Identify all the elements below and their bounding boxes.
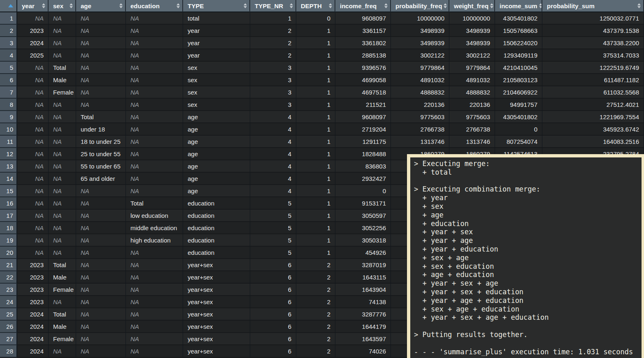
column-header-year[interactable]: year — [17, 0, 49, 12]
console-line: + sex — [414, 202, 642, 211]
cell-year: NA — [17, 86, 49, 99]
cell-sex: NA — [49, 345, 76, 358]
cell-DEPTH: 1 — [296, 234, 335, 247]
cell-TYPE: sex — [183, 74, 250, 86]
console-line: + year + sex + age + education — [414, 313, 642, 322]
cell-DEPTH: 1 — [296, 136, 335, 148]
cell-year: NA — [17, 99, 49, 111]
column-header-sex[interactable]: sex — [49, 0, 76, 12]
cell-TYPE_NR: 6 — [250, 259, 296, 271]
cell-education: Total — [126, 197, 183, 210]
column-header-TYPE_NR[interactable]: TYPE_NR — [250, 0, 296, 12]
cell-probability_freq: 2766738 — [391, 123, 449, 136]
column-header-age[interactable]: age — [76, 0, 126, 12]
cell-TYPE: sex — [183, 62, 250, 74]
cell-TYPE_NR: 3 — [250, 86, 296, 99]
cell-DEPTH: 1 — [296, 148, 335, 160]
cell-education: NA — [126, 123, 183, 136]
sort-icon — [444, 3, 447, 8]
cell-probability_freq: 9775603 — [391, 111, 449, 123]
sort-icon — [119, 3, 123, 8]
cell-TYPE: age — [183, 111, 250, 123]
cell-year: NA — [17, 197, 49, 210]
cell-weight_freq: 3498939 — [449, 25, 495, 37]
cell-income_freq: 454926 — [335, 247, 391, 259]
cell-TYPE_NR: 4 — [250, 123, 296, 136]
console-line: + year + sex — [414, 228, 642, 236]
cell-year: NA — [17, 148, 49, 160]
cell-age: NA — [76, 259, 126, 271]
row-number: 18 — [0, 222, 17, 234]
cell-income_freq: 1644179 — [335, 321, 391, 333]
cell-probability_sum: 164083.2516 — [542, 136, 644, 148]
cell-TYPE_NR: 4 — [250, 148, 296, 160]
cell-TYPE_NR: 4 — [250, 173, 296, 185]
cell-TYPE_NR: 2 — [250, 25, 296, 37]
cell-education: NA — [126, 345, 183, 358]
cell-sex: Male — [49, 271, 76, 284]
cell-age: NA — [76, 185, 126, 197]
cell-education: NA — [126, 259, 183, 271]
cell-income_sum: 1505768663 — [495, 25, 542, 37]
row-number: 1 — [0, 12, 17, 25]
cell-probability_sum: 1250032.0771 — [542, 12, 644, 25]
cell-income_sum: 807254074 — [495, 136, 542, 148]
column-label: probability_sum — [547, 2, 595, 9]
column-header-probability_freq[interactable]: probability_freq — [391, 0, 449, 12]
table-row: 6NAMaleNANAsex31469905848910324891032210… — [0, 74, 644, 86]
table-row: 10NANAunder 18NAage412719204276673827667… — [0, 123, 644, 136]
cell-TYPE: sex — [183, 99, 250, 111]
cell-probability_freq: 3002122 — [391, 49, 449, 62]
cell-probability_freq: 3498939 — [391, 37, 449, 49]
cell-year: NA — [17, 111, 49, 123]
cell-income_sum: 4305401802 — [495, 12, 542, 25]
cell-income_freq: 2719204 — [335, 123, 391, 136]
cell-age: NA — [76, 210, 126, 222]
column-header-DEPTH[interactable]: DEPTH — [296, 0, 335, 12]
cell-TYPE_NR: 4 — [250, 111, 296, 123]
column-label: age — [81, 2, 91, 9]
table-header-row: yearsexageeducationTYPETYPE_NRDEPTHincom… — [0, 0, 644, 12]
console-line — [414, 177, 642, 185]
cell-year: NA — [17, 185, 49, 197]
cell-year: 2023 — [17, 296, 49, 308]
cell-TYPE: year — [183, 49, 250, 62]
column-header-weight_freq[interactable]: weight_freq — [449, 0, 495, 12]
cell-education: low education — [126, 210, 183, 222]
cell-income_sum: 1293409119 — [495, 49, 542, 62]
cell-income_freq: 1643904 — [335, 284, 391, 296]
row-number: 23 — [0, 284, 17, 296]
console-line: + year + sex + age — [414, 279, 642, 288]
cell-income_freq: 3287019 — [335, 259, 391, 271]
cell-income_freq: 1291175 — [335, 136, 391, 148]
column-header-probability_sum[interactable]: probability_sum — [542, 0, 644, 12]
cell-TYPE: education — [183, 247, 250, 259]
column-header-education[interactable]: education — [126, 0, 183, 12]
cell-probability_sum: 1221969.7554 — [542, 111, 644, 123]
console-line: > Putting results together. — [414, 330, 642, 339]
cell-TYPE_NR: 6 — [250, 333, 296, 345]
cell-DEPTH: 0 — [296, 12, 335, 25]
cell-sex: NA — [49, 136, 76, 148]
console-line: + sex + education — [414, 262, 642, 271]
sort-icon — [42, 3, 45, 8]
cell-education: NA — [126, 173, 183, 185]
column-header-income_sum[interactable]: income_sum — [495, 0, 542, 12]
cell-TYPE_NR: 5 — [250, 234, 296, 247]
column-header-income_freq[interactable]: income_freq — [335, 0, 391, 12]
cell-age: NA — [76, 197, 126, 210]
cell-TYPE: sex — [183, 86, 250, 99]
cell-sex: NA — [49, 234, 76, 247]
cell-sex: NA — [49, 222, 76, 234]
cell-age: NA — [76, 12, 126, 25]
cell-sex: NA — [49, 37, 76, 49]
cell-education: NA — [126, 86, 183, 99]
cell-DEPTH: 2 — [296, 296, 335, 308]
cell-TYPE: year — [183, 37, 250, 49]
cell-year: NA — [17, 247, 49, 259]
cell-probability_freq: 1313746 — [391, 136, 449, 148]
column-header-TYPE[interactable]: TYPE — [183, 0, 250, 12]
cell-DEPTH: 2 — [296, 321, 335, 333]
cell-TYPE_NR: 6 — [250, 284, 296, 296]
row-number-header[interactable] — [0, 0, 17, 12]
